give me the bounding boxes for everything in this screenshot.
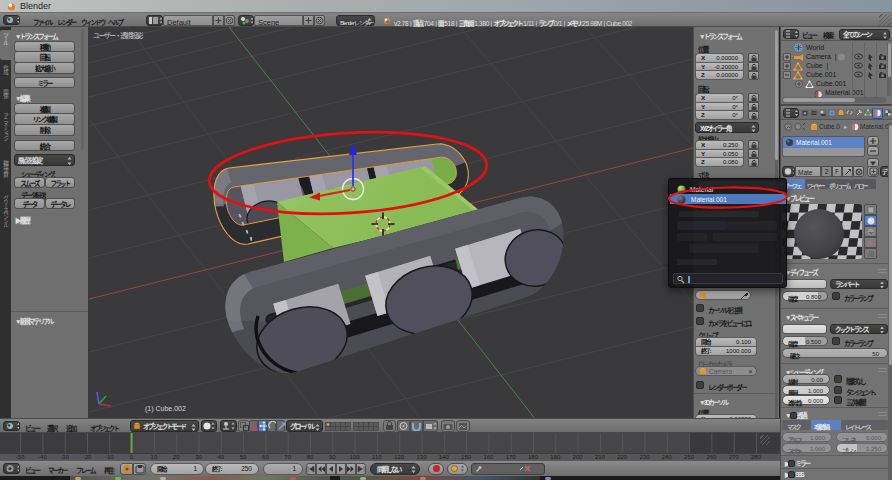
svg-text:(1) Cube.002: (1) Cube.002 xyxy=(145,405,186,413)
svg-text:ユーザー・透視投影: ユーザー・透視投影 xyxy=(93,31,144,40)
